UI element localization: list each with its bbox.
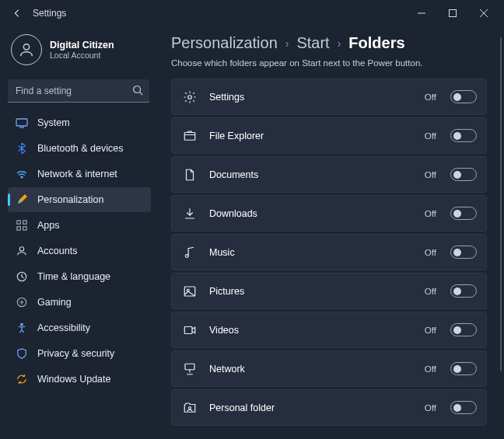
folder-label: Downloads	[209, 208, 412, 219]
crumb-personalization[interactable]: Personalization	[171, 34, 278, 52]
arrow-left-icon	[12, 8, 23, 19]
system-icon	[16, 117, 28, 129]
toggle-state: Off	[425, 287, 436, 296]
back-button[interactable]	[8, 4, 26, 23]
nav-label: Privacy & security	[37, 348, 114, 359]
sidebar-item-time[interactable]: Time & language	[8, 264, 151, 289]
folder-row-downloads: Downloads Off	[171, 195, 487, 232]
sidebar-item-accounts[interactable]: Accounts	[8, 239, 151, 263]
sidebar-item-update[interactable]: Windows Update	[8, 367, 151, 392]
video-icon	[183, 323, 197, 337]
chevron-right-icon: ›	[338, 37, 341, 50]
toggle-switch[interactable]	[450, 284, 477, 298]
search-input[interactable]	[8, 79, 149, 103]
toggle-switch[interactable]	[450, 168, 477, 181]
apps-icon	[16, 220, 28, 231]
folder-label: Pictures	[209, 286, 412, 297]
folder-label: Videos	[209, 325, 412, 336]
sidebar-item-system[interactable]: System	[8, 110, 151, 135]
toggle-state: Off	[425, 92, 436, 102]
file-explorer-icon	[183, 129, 197, 143]
chevron-right-icon: ›	[285, 37, 289, 50]
sidebar-item-network[interactable]: Network & internet	[8, 162, 151, 186]
sidebar: Digital Citizen Local Account System Blu…	[0, 26, 156, 439]
nav-label: Bluetooth & devices	[37, 143, 124, 154]
close-icon	[480, 9, 488, 17]
svg-rect-24	[185, 364, 194, 370]
gear-icon	[183, 90, 197, 104]
sidebar-item-bluetooth[interactable]: Bluetooth & devices	[8, 136, 151, 161]
toggle-switch[interactable]	[450, 207, 477, 220]
folder-label: Settings	[209, 92, 412, 103]
maximize-button[interactable]	[437, 2, 468, 24]
toggle-switch[interactable]	[450, 129, 477, 142]
svg-rect-10	[17, 221, 20, 224]
shield-icon	[16, 348, 28, 359]
folder-row-music: Music Off	[171, 234, 487, 270]
svg-rect-19	[184, 132, 195, 140]
folder-label: File Explorer	[209, 131, 412, 141]
person-icon	[18, 41, 35, 58]
toggle-state: Off	[425, 326, 436, 335]
toggle-state: Off	[425, 364, 436, 374]
network-icon	[183, 362, 197, 376]
search-box[interactable]	[8, 79, 149, 103]
svg-point-4	[23, 44, 29, 50]
svg-point-5	[134, 86, 141, 93]
crumb-folders: Folders	[348, 34, 404, 52]
svg-point-18	[188, 95, 192, 99]
svg-line-6	[140, 92, 143, 96]
scrollbar[interactable]	[500, 37, 502, 371]
folder-label: Network	[209, 364, 412, 375]
nav-label: Accounts	[37, 246, 77, 256]
toggle-switch[interactable]	[450, 90, 477, 103]
svg-rect-23	[184, 326, 192, 333]
sidebar-item-gaming[interactable]: Gaming	[8, 290, 151, 315]
svg-point-17	[21, 323, 23, 326]
accessibility-icon	[16, 322, 28, 333]
main-pane: Personalization › Start › Folders Choose…	[156, 26, 504, 439]
sidebar-item-accessibility[interactable]: Accessibility	[8, 315, 151, 340]
nav-list: System Bluetooth & devices Network & int…	[8, 110, 151, 392]
toggle-switch[interactable]	[450, 401, 477, 414]
toggle-switch[interactable]	[450, 323, 477, 336]
picture-icon	[183, 284, 197, 298]
folder-row-settings: Settings Off	[171, 78, 487, 115]
nav-label: Windows Update	[37, 374, 111, 385]
minimize-button[interactable]	[406, 2, 437, 24]
sidebar-item-apps[interactable]: Apps	[8, 213, 151, 238]
toggle-switch[interactable]	[450, 246, 477, 259]
folder-label: Music	[209, 247, 412, 258]
folder-row-personal: Personal folder Off	[171, 389, 487, 426]
svg-rect-13	[23, 227, 26, 230]
download-icon	[183, 207, 197, 221]
nav-label: Personalization	[37, 194, 103, 205]
crumb-start[interactable]: Start	[296, 34, 329, 52]
sidebar-item-privacy[interactable]: Privacy & security	[8, 341, 151, 366]
title-bar: Settings	[0, 0, 504, 26]
personal-folder-icon	[183, 401, 197, 415]
profile-block[interactable]: Digital Citizen Local Account	[8, 31, 151, 76]
folder-label: Personal folder	[209, 402, 412, 413]
toggle-switch[interactable]	[450, 362, 477, 375]
gaming-icon	[16, 297, 28, 308]
folder-label: Documents	[209, 169, 412, 180]
svg-rect-12	[17, 227, 20, 230]
toggle-state: Off	[425, 170, 436, 179]
sidebar-item-personalization[interactable]: Personalization	[8, 187, 151, 212]
svg-point-25	[189, 406, 191, 409]
svg-rect-7	[16, 119, 27, 126]
clock-icon	[16, 271, 28, 282]
paintbrush-icon	[16, 193, 28, 206]
maximize-icon	[449, 9, 457, 17]
document-icon	[183, 168, 197, 182]
avatar	[11, 34, 42, 65]
search-icon	[132, 85, 143, 96]
bluetooth-icon	[16, 143, 28, 154]
update-icon	[16, 374, 28, 385]
close-button[interactable]	[468, 2, 499, 24]
profile-name: Digital Citizen	[50, 40, 114, 51]
toggle-state: Off	[425, 209, 436, 218]
accounts-icon	[16, 246, 28, 256]
folder-row-videos: Videos Off	[171, 312, 487, 348]
